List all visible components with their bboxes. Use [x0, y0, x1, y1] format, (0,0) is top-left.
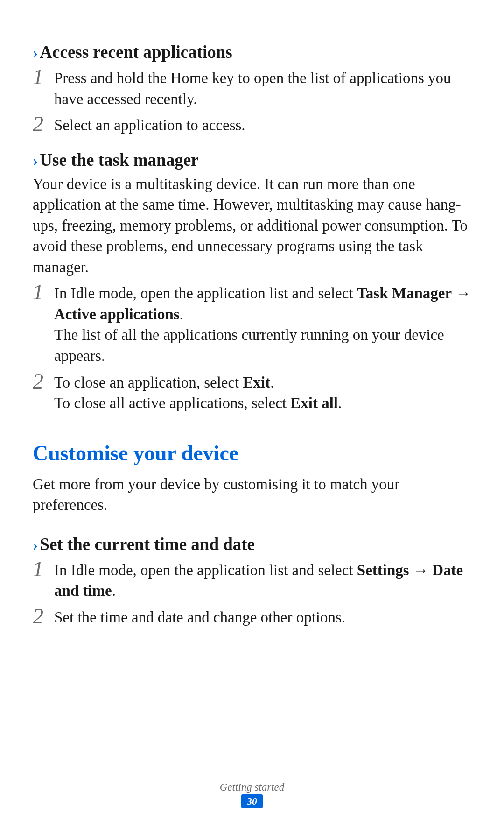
text-run: In Idle mode, open the application list … [54, 562, 357, 579]
text-run: . [338, 395, 342, 411]
text-run: . [180, 306, 183, 323]
step-number: 2 [33, 370, 54, 393]
step-body: Set the time and date and change other o… [54, 605, 471, 628]
step-number: 1 [33, 281, 54, 304]
bold-text: Active applications [54, 306, 180, 323]
step-item: 2 Select an application to access. [33, 113, 471, 136]
chevron-icon: › [33, 536, 38, 554]
subheading-text: Set the current time and date [40, 534, 255, 554]
footer-section-label: Getting started [0, 781, 504, 793]
step-body: Press and hold the Home key to open the … [54, 66, 471, 109]
text-run: . [270, 374, 274, 391]
section-title: Customise your device [33, 441, 471, 466]
text-run: → [452, 285, 471, 302]
step-number: 1 [33, 66, 54, 88]
intro-paragraph: Your device is a multitasking device. It… [33, 174, 471, 278]
page-number-badge: 30 [241, 794, 263, 808]
bold-text: Task Manager [357, 285, 452, 302]
subheading-text: Use the task manager [40, 150, 198, 170]
page-footer: Getting started 30 [0, 781, 504, 808]
subheading-access-recent: › Access recent applications [33, 42, 471, 62]
step-item: 1 In Idle mode, open the application lis… [33, 281, 471, 366]
bold-text: Exit [243, 374, 271, 391]
step-number: 1 [33, 558, 54, 580]
text-run: In Idle mode, open the application list … [54, 285, 357, 302]
step-item: 1 Press and hold the Home key to open th… [33, 66, 471, 109]
bold-text: Exit all [290, 395, 338, 411]
bold-text: Settings [357, 562, 409, 579]
subheading-text: Access recent applications [40, 42, 232, 62]
step-number: 2 [33, 605, 54, 628]
text-run: . [112, 582, 116, 599]
text-run: To close an application, select [54, 374, 243, 391]
intro-paragraph: Get more from your device by customising… [33, 474, 471, 516]
subheading-set-time: › Set the current time and date [33, 534, 471, 554]
step-item: 2 Set the time and date and change other… [33, 605, 471, 628]
chevron-icon: › [33, 152, 38, 170]
step-item: 1 In Idle mode, open the application lis… [33, 558, 471, 601]
chevron-icon: › [33, 44, 38, 62]
step-body: In Idle mode, open the application list … [54, 281, 471, 366]
step-body: Select an application to access. [54, 113, 471, 136]
step-body: In Idle mode, open the application list … [54, 558, 471, 601]
text-run: → [409, 562, 433, 579]
subheading-task-manager: › Use the task manager [33, 150, 471, 170]
step-followup: The list of all the applications current… [54, 325, 471, 366]
text-run: To close all active applications, select [54, 395, 290, 411]
step-body: To close an application, select Exit. To… [54, 370, 471, 414]
step-item: 2 To close an application, select Exit. … [33, 370, 471, 414]
step-number: 2 [33, 113, 54, 135]
